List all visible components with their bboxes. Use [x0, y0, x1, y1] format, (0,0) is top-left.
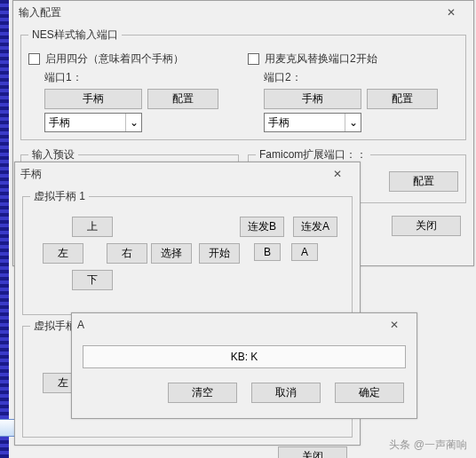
famicom-legend: Famicom扩展端口：： [256, 147, 370, 162]
port1-select[interactable]: 手柄 ⌄ [44, 113, 142, 132]
chevron-down-icon: ⌄ [345, 114, 361, 131]
clear-button[interactable]: 清空 [168, 383, 237, 403]
close-icon[interactable]: ✕ [434, 2, 468, 23]
turbo-a-button[interactable]: 连发A [293, 217, 337, 237]
enable-quad-label: 启用四分（意味着四个手柄） [45, 51, 184, 67]
key-capture-value: KB: K [231, 351, 258, 363]
port2-label: 端口2： [264, 70, 458, 85]
port2-configure-button[interactable]: 配置 [367, 89, 438, 109]
titlebar-key: A ✕ [72, 313, 416, 336]
window-title: 输入配置 [19, 5, 434, 20]
nes-ports-group: NES样式输入端口 启用四分（意味着四个手柄） 端口1： 手柄 配置 手柄 ⌄ [20, 28, 466, 140]
close-icon[interactable]: ✕ [377, 314, 411, 336]
titlebar-pad: 手柄 ✕ [15, 162, 360, 186]
cancel-button[interactable]: 取消 [251, 383, 321, 403]
watermark: 头条 @一声蔺响 [389, 438, 467, 453]
port2-select[interactable]: 手柄 ⌄ [264, 113, 361, 132]
background-stripe [0, 0, 9, 458]
virtual-pad1-group: 虚拟手柄 1 上 左 右 下 选择 开始 B A 连发B 连发A [22, 189, 353, 315]
virtual-pad1-legend: 虚拟手柄 1 [30, 189, 89, 204]
mic-replace-checkbox[interactable] [248, 53, 259, 65]
port1-configure-button[interactable]: 配置 [147, 89, 218, 109]
port2-select-value: 手柄 [268, 115, 290, 130]
dpad-left-button[interactable]: 左 [43, 243, 83, 264]
a-button[interactable]: A [291, 243, 318, 261]
start-button[interactable]: 开始 [199, 243, 240, 264]
chevron-down-icon: ⌄ [125, 114, 141, 131]
mic-replace-label: 用麦克风替换端口2开始 [265, 51, 377, 67]
b-button[interactable]: B [254, 243, 281, 261]
main-close-button[interactable]: 关闭 [392, 216, 461, 236]
pad-close-button[interactable]: 关闭 [278, 446, 347, 458]
keybind-dialog: A ✕ KB: K 清空 取消 确定 [71, 312, 417, 419]
port2-gamepad-button[interactable]: 手柄 [264, 89, 361, 109]
turbo-b-button[interactable]: 连发B [240, 217, 284, 237]
port1-select-value: 手柄 [49, 115, 70, 130]
nes-legend: NES样式输入端口 [28, 28, 122, 43]
dpad-right-button[interactable]: 右 [107, 243, 147, 264]
enable-quad-checkbox[interactable] [28, 53, 40, 65]
keydlg-title: A [77, 319, 377, 331]
famicom-configure-button[interactable]: 配置 [389, 171, 458, 192]
ok-button[interactable]: 确定 [335, 383, 404, 403]
close-icon[interactable]: ✕ [321, 163, 354, 185]
select-button[interactable]: 选择 [151, 243, 192, 264]
port1-gamepad-button[interactable]: 手柄 [44, 89, 142, 109]
port1-label: 端口1： [44, 70, 239, 85]
key-capture-field[interactable]: KB: K [83, 345, 406, 368]
pad-title: 手柄 [20, 167, 321, 182]
dpad-up-button[interactable]: 上 [72, 217, 113, 237]
presets-legend: 输入预设 [28, 147, 78, 162]
dpad-down-button[interactable]: 下 [72, 270, 113, 290]
titlebar-main: 输入配置 ✕ [13, 1, 473, 24]
